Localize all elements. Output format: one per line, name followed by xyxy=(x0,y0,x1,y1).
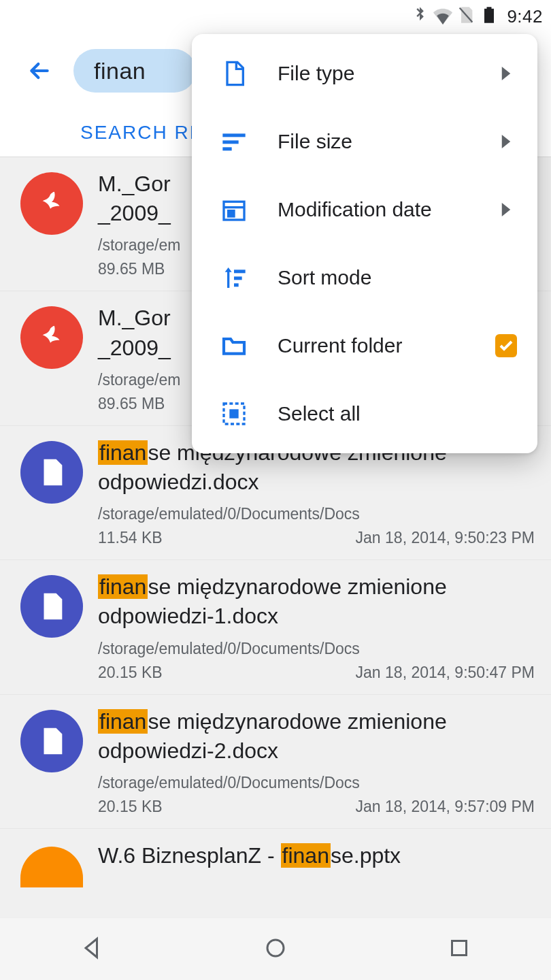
menu-item-label: File size xyxy=(278,130,495,153)
chevron-right-icon xyxy=(495,67,517,80)
filter-menu: File typeFile sizeModification dateSort … xyxy=(192,34,537,453)
status-bar: 9:42 xyxy=(0,0,551,33)
file-size: 20.15 KB xyxy=(98,798,163,816)
file-name: W.6 BiznesplanZ - finanse.pptx xyxy=(98,841,535,870)
file-name: finanse międzynarodowe zmienione odpowie… xyxy=(98,707,535,766)
menu-item-label: Select all xyxy=(278,402,517,425)
menu-item-file-type[interactable]: File type xyxy=(192,39,537,108)
menu-item-label: Modification date xyxy=(278,198,495,221)
folder-icon xyxy=(219,331,249,361)
file-meta: 20.15 KBJan 18, 2014, 9:57:09 PM xyxy=(98,798,535,816)
menu-item-label: Sort mode xyxy=(278,266,517,289)
clock-time: 9:42 xyxy=(507,6,543,27)
svg-rect-10 xyxy=(229,409,238,418)
file-size: 11.54 KB xyxy=(98,529,163,547)
svg-rect-12 xyxy=(452,941,467,955)
search-input[interactable]: finan xyxy=(73,49,196,93)
file-name: finanse międzynarodowe zmienione odpowie… xyxy=(98,572,535,631)
file-path: /storage/emulated/0/Documents/Docs xyxy=(98,640,535,658)
svg-rect-7 xyxy=(234,276,242,280)
menu-item-select-all[interactable]: Select all xyxy=(192,380,537,448)
menu-item-file-size[interactable]: File size xyxy=(192,108,537,176)
chevron-right-icon xyxy=(495,135,517,148)
file-size: 89.65 MB xyxy=(98,260,165,278)
svg-rect-2 xyxy=(222,140,238,144)
nav-recent-button[interactable] xyxy=(447,936,471,963)
search-text: finan xyxy=(94,58,146,84)
menu-item-label: File type xyxy=(278,62,495,85)
doc-file-icon xyxy=(20,575,83,638)
select-all-icon xyxy=(219,399,249,429)
checkbox-checked-icon xyxy=(495,334,517,357)
menu-item-date[interactable]: Modification date xyxy=(192,176,537,244)
doc-file-icon xyxy=(20,710,83,772)
sort-icon xyxy=(219,263,249,293)
nav-home-button[interactable] xyxy=(263,936,288,963)
wifi-icon xyxy=(433,5,452,27)
date-icon xyxy=(219,195,249,225)
menu-item-sort[interactable]: Sort mode xyxy=(192,244,537,312)
pdf-file-icon xyxy=(20,306,83,369)
svg-rect-5 xyxy=(229,211,234,216)
file-path: /storage/emulated/0/Documents/Docs xyxy=(98,774,535,792)
system-nav-bar xyxy=(0,917,551,980)
file-type-icon xyxy=(219,59,249,88)
file-row-body: W.6 BiznesplanZ - finanse.pptx xyxy=(98,841,535,887)
svg-rect-8 xyxy=(234,283,239,287)
file-date: Jan 18, 2014, 9:50:23 PM xyxy=(356,529,535,547)
file-row-body: finanse międzynarodowe zmienione odpowie… xyxy=(98,438,535,547)
file-size: 20.15 KB xyxy=(98,664,163,682)
file-path: /storage/emulated/0/Documents/Docs xyxy=(98,505,535,523)
svg-rect-3 xyxy=(222,147,231,150)
chevron-right-icon xyxy=(495,203,517,216)
file-row[interactable]: finanse międzynarodowe zmienione odpowie… xyxy=(0,560,551,694)
file-size-icon xyxy=(219,127,249,157)
no-sim-icon xyxy=(456,5,475,27)
ppt-file-icon xyxy=(20,847,83,887)
svg-point-11 xyxy=(267,940,284,956)
doc-file-icon xyxy=(20,441,83,504)
file-row[interactable]: finanse międzynarodowe zmienione odpowie… xyxy=(0,695,551,829)
file-date: Jan 18, 2014, 9:50:47 PM xyxy=(356,664,535,682)
bluetooth-icon xyxy=(410,5,429,27)
file-row-body: finanse międzynarodowe zmienione odpowie… xyxy=(98,572,535,681)
nav-back-button[interactable] xyxy=(80,936,104,963)
pdf-file-icon xyxy=(20,172,83,235)
file-meta: 11.54 KBJan 18, 2014, 9:50:23 PM xyxy=(98,529,535,547)
svg-rect-1 xyxy=(222,133,245,137)
menu-item-label: Current folder xyxy=(278,334,495,357)
file-date: Jan 18, 2014, 9:57:09 PM xyxy=(356,798,535,816)
svg-rect-6 xyxy=(234,270,246,273)
back-button[interactable] xyxy=(26,57,53,84)
file-size: 89.65 MB xyxy=(98,395,165,413)
file-row-body: finanse międzynarodowe zmienione odpowie… xyxy=(98,707,535,816)
file-row[interactable]: W.6 BiznesplanZ - finanse.pptx xyxy=(0,829,551,887)
battery-icon xyxy=(480,5,499,27)
menu-item-folder[interactable]: Current folder xyxy=(192,312,537,380)
file-meta: 20.15 KBJan 18, 2014, 9:50:47 PM xyxy=(98,664,535,682)
